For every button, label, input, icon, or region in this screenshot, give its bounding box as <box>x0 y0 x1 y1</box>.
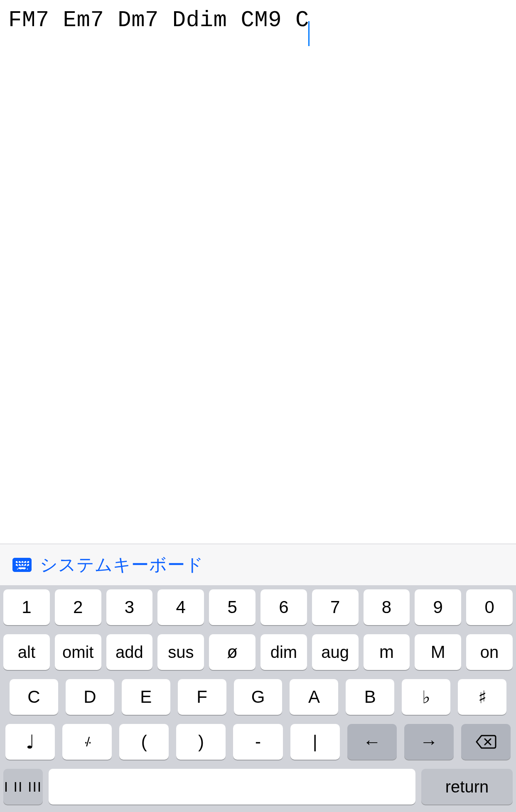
key-minor[interactable]: m <box>364 634 410 670</box>
key-a[interactable]: A <box>290 679 338 715</box>
key-add[interactable]: add <box>106 634 153 670</box>
key-arrow-right[interactable]: → <box>404 724 454 760</box>
keyboard-toolbar: システムキーボード <box>0 544 516 585</box>
key-rparen[interactable]: ) <box>176 724 226 760</box>
key-2[interactable]: 2 <box>55 589 101 625</box>
key-c[interactable]: C <box>10 679 58 715</box>
keyboard-icon[interactable] <box>12 558 32 572</box>
text-cursor <box>308 21 310 46</box>
svg-point-5 <box>27 561 29 562</box>
repeat-sign-icon: ·/· <box>84 734 90 750</box>
keyboard-row-1: 1 2 3 4 5 6 7 8 9 0 <box>3 589 513 625</box>
key-3[interactable]: 3 <box>106 589 153 625</box>
key-dim[interactable]: dim <box>260 634 307 670</box>
svg-point-9 <box>25 564 26 565</box>
system-keyboard-label[interactable]: システムキーボード <box>40 553 204 576</box>
key-1[interactable]: 1 <box>3 589 50 625</box>
svg-point-2 <box>19 561 20 562</box>
editor-area[interactable]: FM7 Em7 Dm7 Ddim CM9 C <box>0 0 516 544</box>
backspace-icon <box>475 734 496 750</box>
key-return[interactable]: return <box>421 769 513 805</box>
svg-rect-0 <box>12 558 32 572</box>
svg-point-10 <box>27 564 29 565</box>
arrow-right-icon: → <box>420 731 438 752</box>
svg-rect-11 <box>18 567 26 569</box>
svg-point-1 <box>16 561 17 562</box>
key-8[interactable]: 8 <box>364 589 410 625</box>
key-f[interactable]: F <box>178 679 226 715</box>
key-lparen[interactable]: ( <box>119 724 169 760</box>
svg-point-7 <box>19 564 20 565</box>
key-g[interactable]: G <box>234 679 283 715</box>
key-0[interactable]: 0 <box>466 589 513 625</box>
svg-point-4 <box>25 561 26 562</box>
key-halfdim[interactable]: ø <box>209 634 256 670</box>
arrow-left-icon: ← <box>363 731 381 752</box>
key-e[interactable]: E <box>122 679 170 715</box>
key-b[interactable]: B <box>346 679 394 715</box>
key-omit[interactable]: omit <box>55 634 101 670</box>
key-4[interactable]: 4 <box>157 589 204 625</box>
svg-point-3 <box>22 561 23 562</box>
key-repeat[interactable]: ·/· <box>62 724 112 760</box>
key-on[interactable]: on <box>466 634 513 670</box>
key-flat[interactable]: ♭ <box>402 679 450 715</box>
key-6[interactable]: 6 <box>260 589 307 625</box>
key-aug[interactable]: aug <box>312 634 359 670</box>
svg-point-6 <box>16 564 17 565</box>
key-space[interactable] <box>49 769 415 805</box>
key-alt[interactable]: alt <box>3 634 50 670</box>
keyboard-row-5: I II III return <box>3 769 513 805</box>
key-bar[interactable]: | <box>290 724 340 760</box>
key-note[interactable]: ♩ <box>5 724 55 760</box>
keyboard-row-2: alt omit add sus ø dim aug m M on <box>3 634 513 670</box>
key-major[interactable]: M <box>415 634 461 670</box>
key-arrow-left[interactable]: ← <box>347 724 397 760</box>
key-sharp[interactable]: ♯ <box>458 679 506 715</box>
key-backspace[interactable] <box>461 724 511 760</box>
keyboard-row-3: C D E F G A B ♭ ♯ <box>3 679 513 715</box>
key-7[interactable]: 7 <box>312 589 359 625</box>
key-5[interactable]: 5 <box>209 589 256 625</box>
editor-text: FM7 Em7 Dm7 Ddim CM9 C <box>8 7 309 33</box>
custom-keyboard: 1 2 3 4 5 6 7 8 9 0 alt omit add sus ø d… <box>0 585 516 812</box>
quarter-note-icon: ♩ <box>26 732 35 751</box>
key-9[interactable]: 9 <box>415 589 461 625</box>
key-dash[interactable]: - <box>233 724 283 760</box>
key-sus[interactable]: sus <box>157 634 204 670</box>
keyboard-row-4: ♩ ·/· ( ) - | ← → <box>3 724 513 760</box>
svg-point-8 <box>22 564 23 565</box>
key-d[interactable]: D <box>66 679 114 715</box>
key-mode-roman[interactable]: I II III <box>3 769 43 805</box>
